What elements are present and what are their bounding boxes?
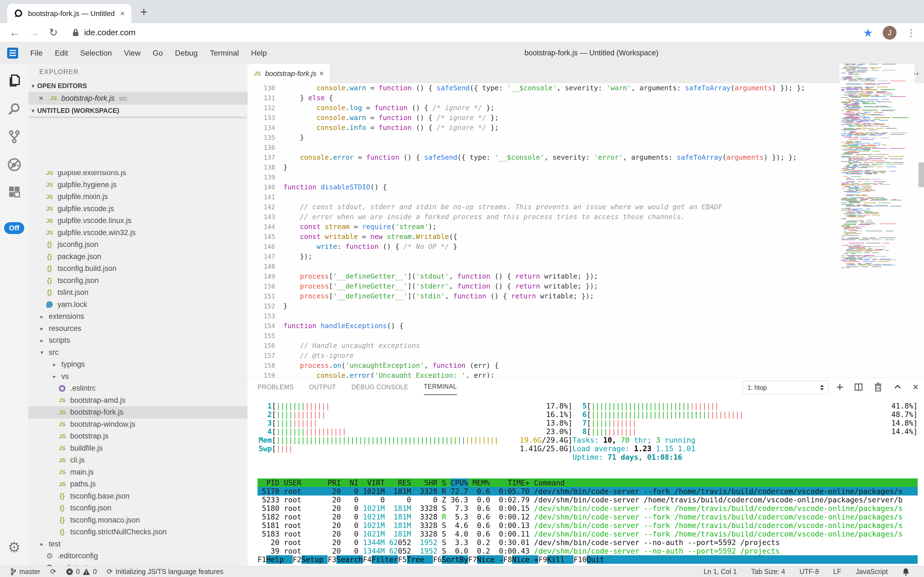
tree-item-bootstrap-fork.js[interactable]: JSbootstrap-fork.js	[28, 406, 247, 418]
code-line-137[interactable]: 137 console.error = function () { safeSe…	[247, 153, 924, 163]
tree-item-gulpfile.mixin.js[interactable]: JSgulpfile.mixin.js	[28, 191, 247, 203]
tree-item-paths.js[interactable]: JSpaths.js	[28, 478, 247, 490]
search-icon[interactable]	[0, 98, 28, 120]
code-line-146[interactable]: 146 write: function () { /* No OP */ }	[247, 242, 924, 251]
code-line-157[interactable]: 157 // @ts-ignore	[247, 351, 924, 361]
tree-item-.editorconfig[interactable]: ⚙.editorconfig	[28, 550, 247, 562]
debug-disabled-icon[interactable]	[0, 154, 28, 176]
tree-item-.eslintrc.json[interactable]: .eslintrc.json	[28, 562, 247, 566]
forward-icon[interactable]: →	[29, 27, 40, 39]
process-row[interactable]: 5182 root 20 0 1021M 181M 3328 R 5.3 0.6…	[257, 513, 918, 521]
fkey-F3[interactable]: F3	[328, 555, 336, 564]
panel-tab-debug-console[interactable]: DEBUG CONSOLE	[351, 380, 408, 395]
tree-item-gulpfile.vscode.win32.js[interactable]: JSgulpfile.vscode.win32.js	[28, 227, 247, 239]
tree-item-yarn.lock[interactable]: yarn.lock	[28, 299, 247, 311]
tree-item-.eslintrc[interactable]: .eslintrc	[28, 382, 247, 395]
open-editor-item[interactable]: × JS bootstrap-fork.js src	[28, 92, 247, 105]
tree-item-tsconfig.build.json[interactable]: {}tsconfig.build.json	[28, 263, 247, 275]
terminal-select[interactable]: 1: htop	[743, 381, 829, 395]
tree-item-bootstrap-window.js[interactable]: JSbootstrap-window.js	[28, 418, 247, 430]
process-row[interactable]: 5181 root 20 0 1021M 181M 3328 S 4.6 0.6…	[257, 521, 918, 530]
tab-size[interactable]: Tab Size: 4	[751, 567, 785, 575]
tree-item-src[interactable]: ▾src	[28, 347, 247, 359]
tree-item-gulpfile.hygiene.js[interactable]: JSgulpfile.hygiene.js	[28, 179, 247, 191]
code-line-144[interactable]: 144 const stream = require('stream');	[247, 222, 924, 232]
browser-tab[interactable]: bootstrap-fork.js — Untitled (V ×	[7, 4, 132, 23]
fkey-F7[interactable]: F7	[468, 555, 477, 564]
language-status-item[interactable]: ⟳ Initializing JS/TS language features	[107, 567, 223, 576]
tree-item-tsconfig.strictNullChecks.json[interactable]: {}tsconfig.strictNullChecks.json	[28, 526, 247, 538]
code-line-145[interactable]: 145 const writable = new stream.Writable…	[247, 232, 924, 242]
fkey-F6[interactable]: F6	[433, 555, 442, 564]
process-row[interactable]: 5183 root 20 0 1021M 181M 3328 S 4.0 0.6…	[257, 530, 918, 538]
tree-item-jsconfig.json[interactable]: {}jsconfig.json	[28, 239, 247, 251]
back-icon[interactable]: ←	[10, 27, 20, 39]
process-row[interactable]: 20 root 20 0 1344M 62052 1952 S 3.3 0.2 …	[257, 538, 918, 547]
fkey-F9[interactable]: F9	[538, 555, 547, 564]
tree-item-gulpfile.vscode.linux.js[interactable]: JSgulpfile.vscode.linux.js	[28, 215, 247, 227]
code-line-139[interactable]: 139	[247, 172, 924, 182]
panel-tab-terminal[interactable]: TERMINAL	[424, 379, 457, 395]
menu-file[interactable]: File	[30, 49, 43, 58]
fkey-F10[interactable]: F10	[574, 555, 587, 564]
code-line-132[interactable]: 132 console.log = function () { /* ignor…	[247, 103, 924, 113]
open-editors-header[interactable]: ▾ OPEN EDITORS	[28, 80, 247, 92]
encoding[interactable]: UTF-8	[799, 567, 819, 575]
code-line-140[interactable]: 140function disableSTDIO() {	[247, 182, 924, 192]
process-row[interactable]: 5178 root 20 0 1021M 181M 3328 R 72.7 0.…	[257, 487, 918, 495]
tree-item-extensions[interactable]: ▸extensions	[28, 311, 247, 322]
settings-gear-icon[interactable]: ⚙	[0, 536, 28, 558]
code-line-148[interactable]: 148	[247, 261, 924, 271]
panel-tab-output[interactable]: OUTPUT	[309, 380, 336, 395]
tree-item-tsconfig.json[interactable]: {}tsconfig.json	[28, 502, 247, 514]
tree-item-cli.js[interactable]: JScli.js	[28, 454, 247, 466]
code-line-141[interactable]: 141	[247, 192, 924, 202]
tree-item-test[interactable]: ▸test	[28, 538, 247, 550]
extensions-icon[interactable]	[0, 181, 28, 203]
editor-scrollbar[interactable]	[919, 163, 924, 187]
workspace-header[interactable]: ▾ UNTITLED (WORKSPACE)	[28, 105, 247, 117]
code-line-154[interactable]: 154function handleExceptions() {	[247, 321, 924, 331]
tree-item-main.js[interactable]: JSmain.js	[28, 466, 247, 479]
code-line-147[interactable]: 147 });	[247, 251, 924, 261]
new-terminal-icon[interactable]: +	[836, 380, 844, 394]
reload-icon[interactable]: ↻	[49, 26, 58, 39]
tree-item-tsconfig.base.json[interactable]: {}tsconfig.base.json	[28, 490, 247, 503]
process-row[interactable]: 39 root 20 0 1344M 62052 1952 S 0.0 0.2 …	[257, 547, 918, 555]
code-line-150[interactable]: 150 process['__defineGetter__']('stderr'…	[247, 281, 924, 291]
tab-close-icon[interactable]: ×	[120, 9, 125, 18]
menu-terminal[interactable]: Terminal	[210, 49, 239, 58]
tree-item-tsconfig.monaco.json[interactable]: {}tsconfig.monaco.json	[28, 514, 247, 526]
tree-item-resources[interactable]: ▸resources	[28, 322, 247, 335]
maximize-panel-icon[interactable]	[893, 382, 902, 392]
bookmark-star-icon[interactable]: ★	[863, 26, 873, 39]
cursor-position[interactable]: Ln 1, Col 1	[704, 567, 737, 575]
code-line-159[interactable]: 159 console.error('Uncaught Exception: '…	[247, 371, 924, 378]
tree-item-package.json[interactable]: {}package.json	[28, 251, 247, 263]
tree-item-vs[interactable]: ▸vs	[28, 371, 247, 383]
code-line-156[interactable]: 156 // Handle uncaught exceptions	[247, 341, 924, 351]
code-line-152[interactable]: 152}	[247, 301, 924, 311]
process-row[interactable]: 5180 root 20 0 1021M 181M 3328 S 7.3 0.6…	[257, 504, 918, 513]
code-line-151[interactable]: 151 process['__defineGetter__']('stdin',…	[247, 291, 924, 301]
fkey-F2[interactable]: F2	[293, 555, 302, 564]
notifications-bell[interactable]	[902, 567, 910, 576]
eol[interactable]: LF	[833, 567, 841, 575]
code-line-134[interactable]: 134 console.info = function () { /* igno…	[247, 123, 924, 133]
menu-debug[interactable]: Debug	[175, 49, 198, 58]
code-line-158[interactable]: 158 process.on('uncaughtException', func…	[247, 361, 924, 371]
language-mode[interactable]: JavaScript	[855, 567, 888, 575]
code-line-142[interactable]: 142 // const stdout, stderr and stdin be…	[247, 202, 924, 212]
split-terminal-icon[interactable]	[854, 382, 863, 392]
close-icon[interactable]: ×	[39, 94, 43, 103]
code-line-136[interactable]: 136	[247, 143, 924, 153]
editor-tab-close-icon[interactable]: ×	[319, 69, 324, 78]
minimap[interactable]	[840, 64, 914, 358]
tree-item-gulpfile.vscode.js[interactable]: JSgulpfile.vscode.js	[28, 203, 247, 215]
fkey-F1[interactable]: F1	[257, 555, 266, 564]
menu-edit[interactable]: Edit	[55, 49, 68, 58]
code-line-149[interactable]: 149 process['__defineGetter__']('stdout'…	[247, 271, 924, 281]
tree-item-tsconfig.json[interactable]: {}tsconfig.json	[28, 275, 247, 287]
new-tab-button[interactable]: +	[140, 5, 148, 19]
code-line-133[interactable]: 133 console.warn = function () { /* igno…	[247, 113, 924, 123]
